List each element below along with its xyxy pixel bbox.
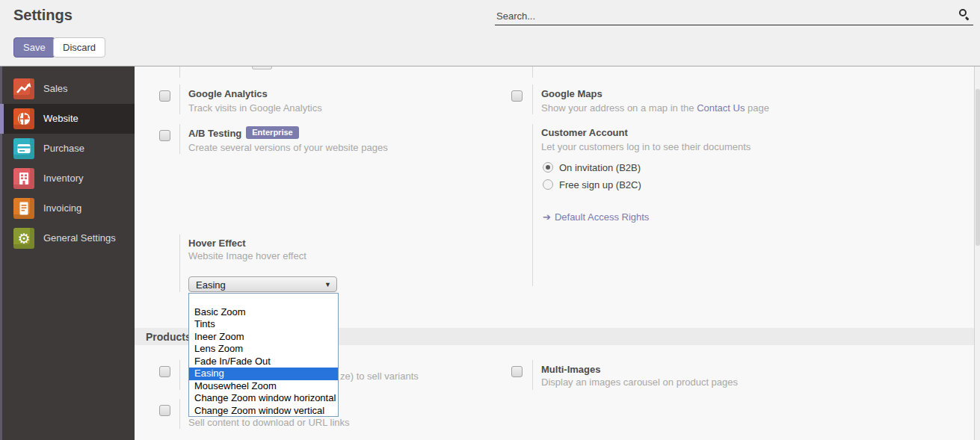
- radio-free-signup-b2c[interactable]: [543, 179, 553, 190]
- dropdown-option[interactable]: Tints: [189, 318, 338, 331]
- google-maps-checkbox[interactable]: [511, 90, 523, 102]
- clipped-select-remnant: [252, 66, 272, 69]
- app-sidebar: Sales Website Purchase Inventory: [0, 66, 135, 440]
- arrow-right-icon: ➔: [543, 211, 551, 223]
- dropdown-option[interactable]: Lens Zoom: [189, 343, 338, 356]
- setting-desc: Sell content to download or URL links: [188, 417, 350, 428]
- settings-page: Settings Save Discard Sales Website: [0, 0, 980, 440]
- setting-desc: Website Image hover effect: [188, 250, 306, 261]
- sidebar-item-inventory[interactable]: Inventory: [2, 164, 135, 193]
- dropdown-option[interactable]: Change Zoom window vertical: [189, 405, 338, 418]
- dropdown-option-blank[interactable]: [189, 294, 338, 306]
- dropdown-option-selected[interactable]: Easing: [189, 368, 338, 380]
- sidebar-item-sales[interactable]: Sales: [2, 74, 135, 104]
- setting-desc: Let your customers log in to see their d…: [541, 141, 751, 152]
- enterprise-badge: Enterprise: [246, 126, 298, 139]
- sidebar-item-website[interactable]: Website: [2, 104, 135, 134]
- website-globe-icon: [13, 108, 34, 129]
- setting-title: A/B TestingEnterprise: [188, 128, 299, 140]
- dropdown-option[interactable]: Basic Zoom: [189, 306, 338, 319]
- multi-images-checkbox[interactable]: [511, 366, 523, 377]
- ab-testing-checkbox[interactable]: [159, 130, 170, 141]
- top-header: Settings Save Discard: [0, 0, 980, 66]
- dropdown-option[interactable]: Mousewheel Zoom: [189, 380, 338, 393]
- setting-title: Hover Effect: [188, 238, 246, 249]
- inventory-building-icon: [13, 168, 34, 189]
- save-button[interactable]: Save: [13, 37, 55, 58]
- contact-us-link[interactable]: Contact Us: [697, 102, 745, 114]
- chevron-down-icon: ▼: [324, 281, 331, 288]
- selected-indicator: [0, 104, 4, 134]
- vertical-scrollbar[interactable]: [974, 66, 980, 440]
- dropdown-option[interactable]: Ineer Zoom: [189, 331, 338, 344]
- sidebar-item-invoicing[interactable]: Invoicing: [2, 193, 135, 223]
- settings-content: Google Analytics Track visits in Google …: [135, 66, 980, 440]
- digital-content-checkbox[interactable]: [159, 405, 170, 416]
- setting-title: Google Maps: [541, 88, 603, 99]
- sidebar-item-purchase[interactable]: Purchase: [2, 134, 135, 164]
- invoicing-document-icon: [13, 198, 34, 219]
- dropdown-option[interactable]: Fade In/Fade Out: [189, 356, 338, 368]
- setting-desc: Track visits in Google Analytics: [188, 102, 322, 114]
- search-icon[interactable]: [958, 8, 970, 20]
- scrollbar-thumb[interactable]: [976, 89, 980, 246]
- radio-on-invitation-b2b[interactable]: [543, 162, 553, 173]
- setting-title: Google Analytics: [188, 88, 268, 99]
- setting-desc-fragment: ze) to sell variants: [340, 371, 419, 382]
- dropdown-option[interactable]: Change Zoom window horizontal: [189, 392, 338, 405]
- sidebar-item-general-settings[interactable]: ⚙ General Settings: [2, 223, 135, 253]
- setting-title: Multi-Images: [541, 364, 600, 375]
- default-access-rights-link[interactable]: ➔Default Access Rights: [543, 211, 649, 223]
- google-analytics-checkbox[interactable]: [159, 90, 170, 102]
- purchase-card-icon: [13, 138, 34, 159]
- setting-desc: Display an images carousel on product pa…: [541, 377, 738, 388]
- search-bar: [495, 6, 973, 25]
- gear-icon: ⚙: [13, 228, 34, 249]
- search-input[interactable]: [496, 8, 945, 23]
- setting-title: Customer Account: [541, 127, 628, 138]
- section-title: Products: [146, 331, 191, 343]
- discard-button[interactable]: Discard: [53, 37, 105, 58]
- product-variants-checkbox[interactable]: [159, 366, 170, 377]
- setting-desc: Show your address on a map in the Contac…: [541, 102, 769, 114]
- hover-effect-select[interactable]: Easing ▼: [188, 276, 337, 292]
- setting-desc: Create several versions of your website …: [188, 142, 388, 153]
- hover-effect-dropdown-list: Basic Zoom Tints Ineer Zoom Lens Zoom Fa…: [188, 293, 339, 417]
- sales-chart-icon: [13, 78, 34, 99]
- page-title: Settings: [13, 7, 73, 24]
